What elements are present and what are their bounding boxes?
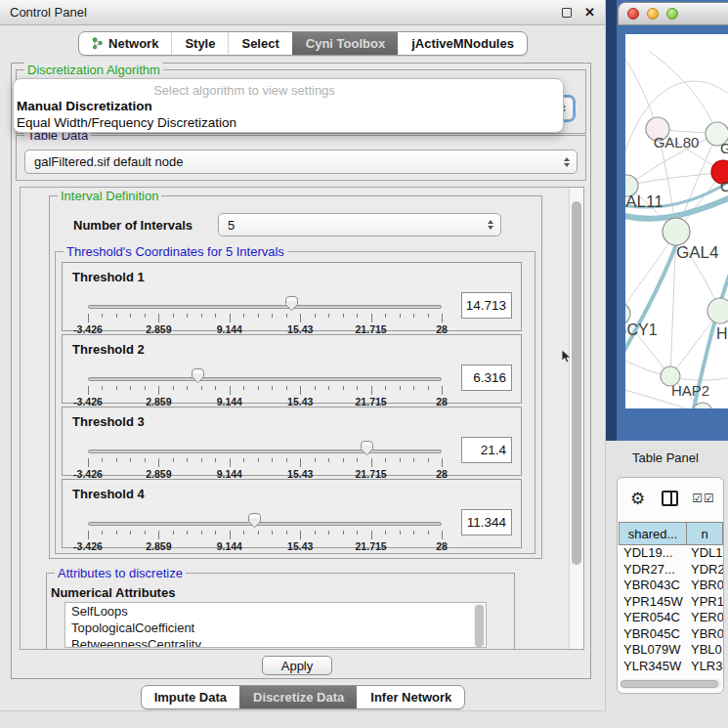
- slider-track[interactable]: [88, 450, 442, 453]
- tick-label: 15.43: [287, 540, 313, 552]
- cell-shared-name: YPR145W: [619, 594, 691, 611]
- cell-name: YBR0: [691, 626, 723, 643]
- threshold-value-box[interactable]: 6.316: [461, 364, 512, 391]
- attribute-item-betweennesscentrality[interactable]: BetweennessCentrality: [65, 636, 486, 648]
- apply-button[interactable]: Apply: [262, 656, 332, 675]
- threshold-slider[interactable]: -3.4262.8599.14415.4321.71528: [88, 509, 442, 548]
- attributes-list-scrollbar[interactable]: [474, 604, 485, 646]
- close-icon[interactable]: ✕: [584, 5, 595, 20]
- table-row[interactable]: YIL052CYIL0: [619, 674, 723, 676]
- table-row[interactable]: YER054CYER0: [619, 610, 723, 626]
- tab-label: Style: [185, 36, 215, 51]
- zoom-traffic-light-icon[interactable]: [666, 8, 678, 20]
- table-hscrollbar-thumb[interactable]: [621, 680, 718, 688]
- thresholds-legend: Threshold's Coordinates for 5 Intervals: [64, 244, 287, 259]
- minimize-traffic-light-icon[interactable]: [647, 8, 659, 20]
- slider-track[interactable]: [88, 305, 442, 309]
- attribute-item-topologicalcoefficient[interactable]: TopologicalCoefficient: [65, 620, 486, 636]
- slider-track[interactable]: [88, 522, 442, 526]
- threshold-label: Threshold 3: [72, 414, 145, 429]
- algorithm-option-manual-discretization[interactable]: Manual Discretization: [14, 98, 563, 114]
- threshold-value-box[interactable]: 11.344: [461, 509, 512, 535]
- select-columns-checkboxes-icon[interactable]: ☑☑: [692, 492, 715, 505]
- threshold-value-box[interactable]: 14.713: [461, 292, 512, 319]
- slider-thumb-icon[interactable]: [191, 367, 205, 384]
- threshold-group: Threshold 3 -3.4262.8599.14415.4321.7152…: [62, 407, 522, 476]
- network-view-window[interactable]: GAL80GACGAL11GAL4GCY1HHAP2: [618, 2, 728, 408]
- attribute-items: SelfLoopsTopologicalCoefficientBetweenne…: [65, 603, 486, 648]
- cell-shared-name: YDR27...: [619, 562, 691, 578]
- bottom-tab-group: Impute DataDiscretize DataInfer Network: [141, 685, 466, 709]
- column-layout-icon[interactable]: [662, 491, 678, 506]
- control-panel-footer: [0, 710, 606, 728]
- thresholds-fieldset: Threshold's Coordinates for 5 Intervals …: [55, 251, 535, 554]
- table-row[interactable]: YBR045CYBR0: [619, 626, 723, 643]
- threshold-slider[interactable]: -3.4262.8599.14415.4321.71528: [88, 292, 442, 331]
- number-of-intervals-combo[interactable]: 5: [218, 213, 501, 236]
- algorithm-popup-options: Manual DiscretizationEqual Width/Frequen…: [14, 98, 563, 131]
- network-edge[interactable]: [625, 52, 658, 129]
- network-window-titlebar[interactable]: [618, 2, 728, 25]
- bottom-tab-row: Impute DataDiscretize DataInfer Network: [0, 685, 606, 709]
- tab-label: Infer Network: [370, 690, 451, 705]
- tab-network[interactable]: Network: [79, 32, 171, 55]
- tab-infer-network[interactable]: Infer Network: [357, 686, 464, 708]
- settings-scrollbar-thumb[interactable]: [572, 201, 581, 565]
- tab-select[interactable]: Select: [228, 32, 291, 55]
- slider-track[interactable]: [88, 377, 442, 381]
- tab-cyni-toolbox[interactable]: Cyni Toolbox: [292, 32, 398, 55]
- threshold-value-box[interactable]: 21.4: [461, 437, 512, 463]
- threshold-group: Threshold 1 -3.4262.8599.14415.4321.7152…: [62, 262, 522, 331]
- attribute-item-selfloops[interactable]: SelfLoops: [65, 603, 486, 620]
- cell-shared-name: YBR043C: [619, 578, 691, 594]
- network-node-gal4[interactable]: [663, 218, 690, 245]
- panel-dock-divider[interactable]: [606, 0, 617, 441]
- table-row[interactable]: YPR145WYPR1: [619, 594, 723, 611]
- table-data-combo[interactable]: galFiltered.sif default node: [24, 150, 578, 174]
- slider-thumb-icon[interactable]: [247, 512, 262, 529]
- tick-label: -3.426: [73, 540, 103, 552]
- tick-label: 21.715: [356, 540, 387, 552]
- close-traffic-light-icon[interactable]: [627, 8, 639, 20]
- table-horizontal-scrollbar[interactable]: [620, 679, 721, 689]
- tab-jactivemnodules[interactable]: jActiveMNodules: [398, 32, 527, 55]
- tab-discretize-data[interactable]: Discretize Data: [239, 686, 357, 708]
- tab-impute-data[interactable]: Impute Data: [142, 686, 239, 708]
- interval-definition-fieldset: Interval Definition Number of Intervals …: [49, 195, 542, 559]
- network-node-label: C: [720, 178, 728, 194]
- table-panel-region: Table Panel ⚙ ☑☑ shared... n YDL19...YDL…: [606, 441, 728, 728]
- network-node-label: GCY1: [625, 321, 658, 338]
- network-edge[interactable]: [625, 236, 679, 363]
- interval-definition-legend: Interval Definition: [58, 189, 161, 203]
- table-row[interactable]: YLR345WYLR3: [619, 659, 723, 675]
- table-row[interactable]: YBL079WYBL0: [619, 642, 723, 659]
- mouse-cursor: [561, 350, 573, 364]
- table-row[interactable]: YBR043CYBR0: [619, 578, 723, 594]
- network-graph: GAL80GACGAL11GAL4GCY1HHAP2: [625, 34, 728, 408]
- node-table-card: ⚙ ☑☑ shared... n YDL19...YDL1YDR27...YDR…: [617, 477, 724, 694]
- table-data-combo-value: galFiltered.sif default node: [34, 154, 560, 169]
- table-row[interactable]: YDL19...YDL1: [619, 545, 723, 562]
- gear-icon[interactable]: ⚙: [630, 489, 645, 509]
- algorithm-option-equal-width-frequency-discretization[interactable]: Equal Width/Frequency Discretization: [14, 114, 563, 131]
- settings-vertical-scrollbar[interactable]: [569, 188, 583, 649]
- column-header-name[interactable]: n: [687, 522, 723, 545]
- network-canvas[interactable]: GAL80GACGAL11GAL4GCY1HHAP2: [625, 34, 728, 408]
- cell-shared-name: YBR045C: [619, 626, 691, 643]
- network-node-label: HAP2: [671, 382, 709, 399]
- algorithm-popup: Select algorithm to view settings Manual…: [13, 78, 564, 133]
- top-tab-row: NetworkStyleSelectCyni ToolboxjActiveMNo…: [0, 31, 606, 56]
- float-window-icon[interactable]: [562, 8, 572, 18]
- slider-thumb-icon[interactable]: [360, 440, 374, 456]
- column-header-shared-name[interactable]: shared...: [619, 522, 687, 545]
- tab-style[interactable]: Style: [171, 32, 228, 55]
- numerical-attributes-list[interactable]: SelfLoopsTopologicalCoefficientBetweenne…: [64, 602, 487, 648]
- network-edge[interactable]: [627, 172, 723, 186]
- attributes-legend: Attributes to discretize: [55, 566, 186, 580]
- table-row[interactable]: YDR27...YDR2: [619, 562, 723, 578]
- network-node-h[interactable]: [707, 298, 728, 323]
- threshold-group: Threshold 2 -3.4262.8599.14415.4321.7152…: [62, 334, 522, 404]
- threshold-slider[interactable]: -3.4262.8599.14415.4321.71528: [88, 437, 442, 476]
- threshold-slider[interactable]: -3.4262.8599.14415.4321.71528: [88, 364, 442, 404]
- slider-thumb-icon[interactable]: [284, 295, 299, 312]
